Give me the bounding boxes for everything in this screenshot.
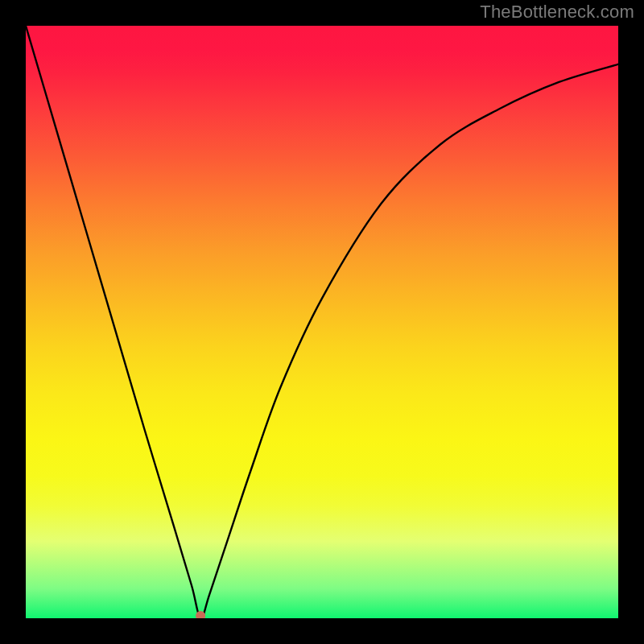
chart-container: TheBottleneck.com — [0, 0, 644, 644]
bottleneck-curve-path — [26, 26, 618, 618]
plot-area — [26, 26, 618, 618]
curve-svg — [26, 26, 618, 618]
watermark-text: TheBottleneck.com — [480, 2, 634, 23]
